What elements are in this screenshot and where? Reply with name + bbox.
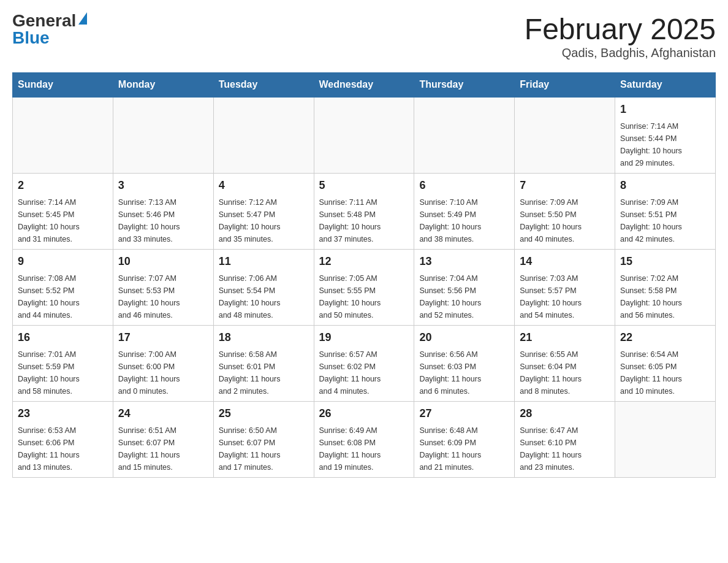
day-number: 20 [419, 329, 509, 346]
header-tuesday: Tuesday [213, 73, 314, 98]
calendar-day-cell [213, 97, 314, 174]
day-info: Sunrise: 6:57 AMSunset: 6:02 PMDaylight:… [319, 348, 409, 397]
day-number: 21 [520, 329, 610, 346]
calendar-day-cell: 2Sunrise: 7:14 AMSunset: 5:45 PMDaylight… [13, 174, 113, 250]
calendar-day-cell: 14Sunrise: 7:03 AMSunset: 5:57 PMDayligh… [515, 250, 615, 326]
logo-general-text: General [12, 12, 76, 29]
day-info: Sunrise: 6:47 AMSunset: 6:10 PMDaylight:… [520, 424, 610, 473]
header-friday: Friday [515, 73, 615, 98]
day-number: 16 [18, 329, 108, 346]
calendar-day-cell: 1Sunrise: 7:14 AMSunset: 5:44 PMDaylight… [615, 97, 716, 174]
day-number: 26 [319, 405, 409, 422]
day-number: 17 [118, 329, 208, 346]
calendar-week-row: 23Sunrise: 6:53 AMSunset: 6:06 PMDayligh… [13, 402, 716, 478]
calendar-table: Sunday Monday Tuesday Wednesday Thursday… [12, 72, 716, 478]
day-number: 11 [219, 253, 309, 270]
header-wednesday: Wednesday [314, 73, 414, 98]
day-info: Sunrise: 7:02 AMSunset: 5:58 PMDaylight:… [620, 272, 710, 321]
day-number: 1 [620, 101, 710, 118]
calendar-day-cell: 13Sunrise: 7:04 AMSunset: 5:56 PMDayligh… [414, 250, 515, 326]
day-number: 3 [118, 177, 208, 194]
day-info: Sunrise: 7:00 AMSunset: 6:00 PMDaylight:… [118, 348, 208, 397]
day-number: 2 [18, 177, 108, 194]
calendar-day-cell: 18Sunrise: 6:58 AMSunset: 6:01 PMDayligh… [213, 326, 314, 402]
calendar-day-cell: 27Sunrise: 6:48 AMSunset: 6:09 PMDayligh… [414, 402, 515, 478]
calendar-day-cell: 23Sunrise: 6:53 AMSunset: 6:06 PMDayligh… [13, 402, 113, 478]
day-info: Sunrise: 6:55 AMSunset: 6:04 PMDaylight:… [520, 348, 610, 397]
day-number: 10 [118, 253, 208, 270]
header-saturday: Saturday [615, 73, 716, 98]
day-info: Sunrise: 6:50 AMSunset: 6:07 PMDaylight:… [219, 424, 309, 473]
day-info: Sunrise: 7:01 AMSunset: 5:59 PMDaylight:… [18, 348, 108, 397]
day-number: 6 [419, 177, 509, 194]
calendar-day-cell: 17Sunrise: 7:00 AMSunset: 6:00 PMDayligh… [113, 326, 213, 402]
day-info: Sunrise: 6:56 AMSunset: 6:03 PMDaylight:… [419, 348, 509, 397]
day-info: Sunrise: 6:53 AMSunset: 6:06 PMDaylight:… [18, 424, 108, 473]
day-info: Sunrise: 6:58 AMSunset: 6:01 PMDaylight:… [219, 348, 309, 397]
page-header: General Blue February 2025 Qadis, Badghi… [12, 12, 716, 60]
calendar-day-cell: 5Sunrise: 7:11 AMSunset: 5:48 PMDaylight… [314, 174, 414, 250]
day-number: 8 [620, 177, 710, 194]
header-monday: Monday [113, 73, 213, 98]
days-of-week-row: Sunday Monday Tuesday Wednesday Thursday… [13, 73, 716, 98]
day-info: Sunrise: 7:09 AMSunset: 5:51 PMDaylight:… [620, 196, 710, 245]
day-number: 5 [319, 177, 409, 194]
calendar-day-cell: 11Sunrise: 7:06 AMSunset: 5:54 PMDayligh… [213, 250, 314, 326]
day-info: Sunrise: 6:48 AMSunset: 6:09 PMDaylight:… [419, 424, 509, 473]
calendar-day-cell: 4Sunrise: 7:12 AMSunset: 5:47 PMDaylight… [213, 174, 314, 250]
calendar-day-cell [615, 402, 716, 478]
calendar-day-cell: 8Sunrise: 7:09 AMSunset: 5:51 PMDaylight… [615, 174, 716, 250]
calendar-day-cell: 10Sunrise: 7:07 AMSunset: 5:53 PMDayligh… [113, 250, 213, 326]
calendar-day-cell [13, 97, 113, 174]
calendar-day-cell: 21Sunrise: 6:55 AMSunset: 6:04 PMDayligh… [515, 326, 615, 402]
calendar-day-cell: 20Sunrise: 6:56 AMSunset: 6:03 PMDayligh… [414, 326, 515, 402]
calendar-day-cell: 3Sunrise: 7:13 AMSunset: 5:46 PMDaylight… [113, 174, 213, 250]
day-info: Sunrise: 7:09 AMSunset: 5:50 PMDaylight:… [520, 196, 610, 245]
day-info: Sunrise: 7:06 AMSunset: 5:54 PMDaylight:… [219, 272, 309, 321]
header-thursday: Thursday [414, 73, 515, 98]
calendar-day-cell [314, 97, 414, 174]
day-info: Sunrise: 7:11 AMSunset: 5:48 PMDaylight:… [319, 196, 409, 245]
calendar-day-cell: 9Sunrise: 7:08 AMSunset: 5:52 PMDaylight… [13, 250, 113, 326]
calendar-day-cell: 25Sunrise: 6:50 AMSunset: 6:07 PMDayligh… [213, 402, 314, 478]
day-info: Sunrise: 7:05 AMSunset: 5:55 PMDaylight:… [319, 272, 409, 321]
month-title: February 2025 [525, 12, 716, 46]
calendar-day-cell [414, 97, 515, 174]
calendar-day-cell: 24Sunrise: 6:51 AMSunset: 6:07 PMDayligh… [113, 402, 213, 478]
calendar-day-cell: 26Sunrise: 6:49 AMSunset: 6:08 PMDayligh… [314, 402, 414, 478]
day-number: 25 [219, 405, 309, 422]
calendar-day-cell: 22Sunrise: 6:54 AMSunset: 6:05 PMDayligh… [615, 326, 716, 402]
logo: General Blue [12, 12, 87, 47]
calendar-day-cell: 7Sunrise: 7:09 AMSunset: 5:50 PMDaylight… [515, 174, 615, 250]
day-number: 7 [520, 177, 610, 194]
calendar-week-row: 9Sunrise: 7:08 AMSunset: 5:52 PMDaylight… [13, 250, 716, 326]
day-number: 23 [18, 405, 108, 422]
day-info: Sunrise: 6:51 AMSunset: 6:07 PMDaylight:… [118, 424, 208, 473]
calendar-day-cell: 15Sunrise: 7:02 AMSunset: 5:58 PMDayligh… [615, 250, 716, 326]
calendar-body: 1Sunrise: 7:14 AMSunset: 5:44 PMDaylight… [13, 97, 716, 478]
calendar-week-row: 1Sunrise: 7:14 AMSunset: 5:44 PMDaylight… [13, 97, 716, 174]
day-number: 15 [620, 253, 710, 270]
location-text: Qadis, Badghis, Afghanistan [525, 46, 716, 60]
calendar-day-cell: 12Sunrise: 7:05 AMSunset: 5:55 PMDayligh… [314, 250, 414, 326]
day-info: Sunrise: 7:07 AMSunset: 5:53 PMDaylight:… [118, 272, 208, 321]
title-section: February 2025 Qadis, Badghis, Afghanista… [525, 12, 716, 60]
day-info: Sunrise: 7:14 AMSunset: 5:44 PMDaylight:… [620, 120, 710, 169]
day-info: Sunrise: 7:12 AMSunset: 5:47 PMDaylight:… [219, 196, 309, 245]
calendar-day-cell: 19Sunrise: 6:57 AMSunset: 6:02 PMDayligh… [314, 326, 414, 402]
day-number: 22 [620, 329, 710, 346]
day-info: Sunrise: 6:54 AMSunset: 6:05 PMDaylight:… [620, 348, 710, 397]
day-number: 4 [219, 177, 309, 194]
day-number: 27 [419, 405, 509, 422]
header-sunday: Sunday [13, 73, 113, 98]
day-info: Sunrise: 7:10 AMSunset: 5:49 PMDaylight:… [419, 196, 509, 245]
calendar-day-cell: 28Sunrise: 6:47 AMSunset: 6:10 PMDayligh… [515, 402, 615, 478]
day-number: 19 [319, 329, 409, 346]
calendar-week-row: 2Sunrise: 7:14 AMSunset: 5:45 PMDaylight… [13, 174, 716, 250]
calendar-header: Sunday Monday Tuesday Wednesday Thursday… [13, 73, 716, 98]
calendar-day-cell [515, 97, 615, 174]
calendar-day-cell [113, 97, 213, 174]
day-number: 28 [520, 405, 610, 422]
calendar-day-cell: 6Sunrise: 7:10 AMSunset: 5:49 PMDaylight… [414, 174, 515, 250]
day-info: Sunrise: 7:04 AMSunset: 5:56 PMDaylight:… [419, 272, 509, 321]
